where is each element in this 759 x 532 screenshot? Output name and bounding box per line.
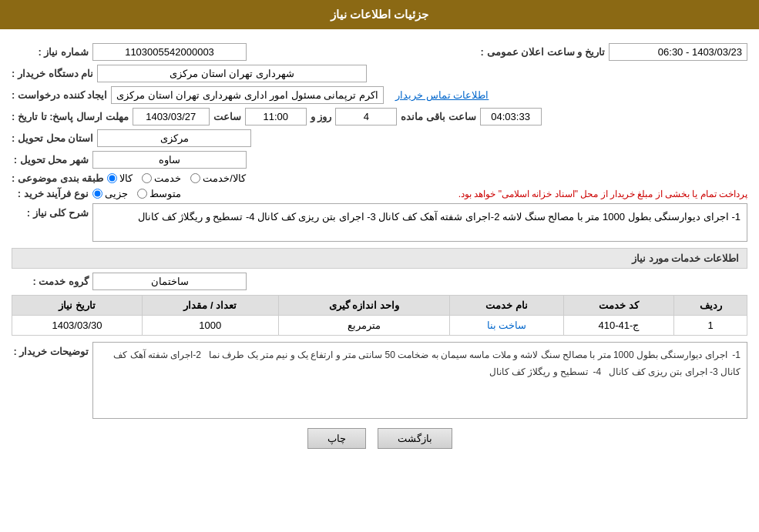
process-label: نوع فرآیند خرید : bbox=[12, 188, 89, 199]
category-kala[interactable]: کالا bbox=[107, 172, 133, 184]
back-button[interactable]: بازگشت bbox=[378, 428, 452, 449]
col-service-name: نام خدمت bbox=[450, 296, 563, 316]
process-radio-group: متوسط جزیی bbox=[92, 188, 181, 199]
deadline-days: 4 bbox=[335, 108, 397, 125]
category-kala-label: کالا bbox=[119, 172, 133, 184]
buyer-notes-textarea[interactable] bbox=[92, 342, 747, 419]
col-date: تاریخ نیاز bbox=[12, 296, 143, 316]
cell-code: ج-41-410 bbox=[563, 316, 674, 336]
remaining-time: 04:03:33 bbox=[480, 108, 542, 125]
contact-link[interactable]: اطلاعات تماس خریدار bbox=[395, 89, 489, 101]
announce-value: 1403/03/23 - 06:30 bbox=[609, 43, 747, 61]
col-unit: واحد اندازه گیری bbox=[278, 296, 450, 316]
description-value: 1- اجرای دیوارسنگی بطول 1000 متر با مصال… bbox=[138, 211, 741, 223]
description-box: 1- اجرای دیوارسنگی بطول 1000 متر با مصال… bbox=[92, 203, 747, 242]
service-group-label: گروه خدمت : bbox=[12, 276, 89, 287]
table-row: 1 ج-41-410 ساخت بنا مترمربع 1000 1403/03… bbox=[12, 316, 747, 336]
delivery-province-label: استان محل تحویل : bbox=[12, 132, 93, 144]
requester-label: ایجاد کننده درخواست : bbox=[12, 89, 107, 101]
process-jozi[interactable]: جزیی bbox=[92, 188, 128, 199]
deadline-label: مهلت ارسال پاسخ: تا تاریخ : bbox=[12, 111, 129, 122]
category-khidmat-label: خدمت bbox=[154, 172, 181, 184]
deadline-date: 1403/03/27 bbox=[133, 108, 210, 125]
services-section-title: اطلاعات خدمات مورد نیاز bbox=[12, 248, 747, 269]
remaining-label: ساعت باقی مانده bbox=[401, 111, 475, 122]
cell-date: 1403/03/30 bbox=[12, 316, 143, 336]
col-rownum: ردیف bbox=[674, 296, 747, 316]
need-number-label: شماره نیاز : bbox=[12, 46, 89, 58]
category-radio-group: کالا/خدمت خدمت کالا bbox=[107, 172, 246, 184]
col-quantity: تعداد / مقدار bbox=[142, 296, 278, 316]
org-name-label: نام دستگاه خریدار : bbox=[12, 68, 93, 79]
category-kala-khidmat-label: کالا/خدمت bbox=[203, 172, 246, 184]
delivery-city-label: شهر محل تحویل : bbox=[12, 154, 89, 166]
announce-label: تاریخ و ساعت اعلان عمومی : bbox=[481, 46, 605, 58]
delivery-province-value: مرکزی bbox=[97, 129, 251, 147]
services-table: ردیف کد خدمت نام خدمت واحد اندازه گیری ت… bbox=[12, 295, 747, 336]
deadline-time: 11:00 bbox=[245, 108, 307, 125]
page-header: جزئیات اطلاعات نیاز bbox=[0, 0, 759, 29]
button-row: بازگشت چاپ bbox=[12, 428, 747, 460]
page-title: جزئیات اطلاعات نیاز bbox=[331, 8, 428, 21]
cell-unit: مترمربع bbox=[278, 316, 450, 336]
process-note: پرداخت تمام یا بخشی از مبلغ خریدار از مح… bbox=[189, 189, 747, 199]
need-number-value: 1103005542000003 bbox=[92, 43, 247, 61]
category-kala-khidmat[interactable]: کالا/خدمت bbox=[190, 172, 246, 184]
cell-service-name: ساخت بنا bbox=[450, 316, 563, 336]
process-jozi-label: جزیی bbox=[105, 188, 128, 199]
delivery-city-value: ساوه bbox=[92, 151, 247, 169]
category-khidmat[interactable]: خدمت bbox=[142, 172, 181, 184]
category-label: طبقه بندی موضوعی : bbox=[12, 172, 103, 184]
day-label: روز و bbox=[311, 111, 332, 122]
buyer-notes-label: توضیحات خریدار : bbox=[12, 346, 89, 357]
col-code: کد خدمت bbox=[563, 296, 674, 316]
cell-rownum: 1 bbox=[674, 316, 747, 336]
process-mutavasit[interactable]: متوسط bbox=[137, 188, 181, 199]
cell-quantity: 1000 bbox=[142, 316, 278, 336]
org-name-value: شهرداری تهران استان مرکزی bbox=[97, 65, 367, 82]
description-label: شرح کلی نیاز : bbox=[12, 207, 89, 219]
service-group-value: ساختمان bbox=[92, 273, 247, 290]
process-mutavasit-label: متوسط bbox=[149, 188, 181, 199]
time-label: ساعت bbox=[213, 111, 241, 122]
print-button[interactable]: چاپ bbox=[307, 428, 366, 449]
requester-value: اکرم ترپمانی مسئول امور اداری شهرداری ته… bbox=[111, 86, 384, 104]
